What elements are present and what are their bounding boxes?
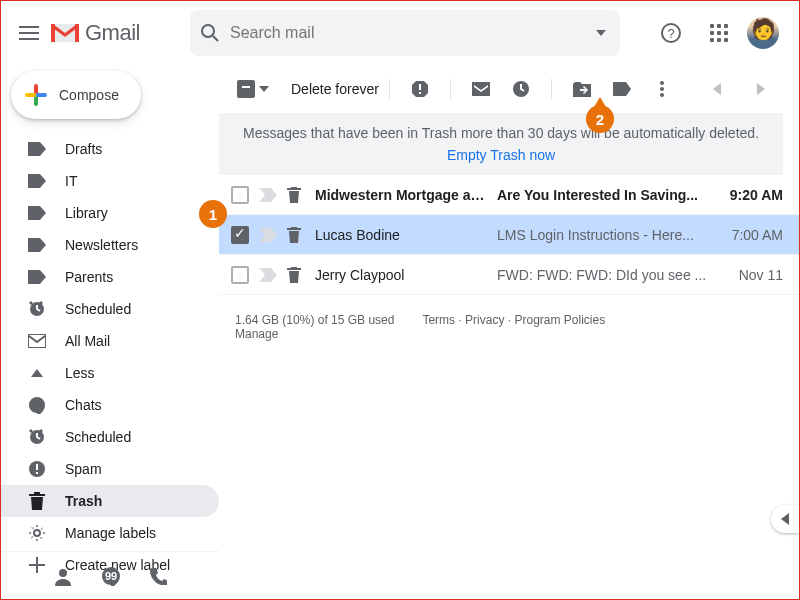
svg-rect-2 [19, 38, 39, 40]
newer-icon[interactable] [697, 69, 737, 109]
subject: FWD: FWD: FWD: DId you see ... [497, 267, 711, 283]
row-checkbox[interactable] [231, 226, 249, 244]
sidebar-item-label: Trash [65, 493, 102, 509]
sidebar-item-scheduled[interactable]: Scheduled [1, 293, 219, 325]
callout-2: 2 [586, 105, 614, 133]
apps-icon[interactable] [699, 13, 739, 53]
sidebar-item-manage-labels[interactable]: Manage labels [1, 517, 219, 549]
labels-icon[interactable] [602, 69, 642, 109]
svg-text:?: ? [667, 26, 674, 41]
more-icon[interactable] [642, 69, 682, 109]
manage-storage-link[interactable]: Manage [235, 327, 278, 341]
compose-button[interactable]: Compose [11, 71, 141, 119]
scheduled-icon [27, 428, 47, 446]
sidebar-item-trash[interactable]: Trash [1, 485, 219, 517]
report-spam-icon[interactable] [400, 69, 440, 109]
support-icon[interactable]: ? [651, 13, 691, 53]
banner-text: Messages that have been in Trash more th… [243, 125, 759, 141]
policies-link[interactable]: Program Policies [514, 313, 605, 327]
trash-banner: Messages that have been in Trash more th… [219, 113, 783, 175]
sidebar-item-label: Drafts [65, 141, 102, 157]
account-avatar[interactable]: 🧑 [747, 17, 779, 49]
sidebar-item-library[interactable]: Library [1, 197, 219, 229]
privacy-link[interactable]: Privacy [465, 313, 504, 327]
importance-icon[interactable] [259, 188, 277, 202]
svg-point-13 [34, 530, 40, 536]
spam-icon [27, 460, 47, 478]
terms-link[interactable]: Terms [422, 313, 455, 327]
sender: Lucas Bodine [315, 227, 487, 243]
sender: Jerry Claypool [315, 267, 487, 283]
side-panel-toggle[interactable] [771, 505, 799, 533]
sidebar-item-scheduled[interactable]: Scheduled [1, 421, 219, 453]
svg-rect-11 [36, 464, 38, 470]
svg-rect-4 [75, 24, 79, 42]
svg-point-19 [660, 81, 664, 85]
sidebar-item-chats[interactable]: Chats [1, 389, 219, 421]
sidebar-item-parents[interactable]: Parents [1, 261, 219, 293]
svg-rect-12 [36, 472, 38, 474]
callout-1: 1 [199, 200, 227, 228]
time: 7:00 AM [721, 227, 783, 243]
label-icon [27, 238, 47, 252]
select-dropdown-icon[interactable] [259, 86, 269, 92]
phone-icon[interactable] [149, 567, 167, 585]
sidebar-item-drafts[interactable]: Drafts [1, 133, 219, 165]
allmail-icon [27, 334, 47, 348]
sidebar-item-label: Scheduled [65, 429, 131, 445]
storage-text: 1.64 GB (10%) of 15 GB used [235, 313, 394, 327]
subject: LMS Login Instructions - Here... [497, 227, 711, 243]
sidebar-item-spam[interactable]: Spam [1, 453, 219, 485]
importance-icon[interactable] [259, 268, 277, 282]
empty-trash-link[interactable]: Empty Trash now [231, 147, 771, 163]
scheduled-icon [27, 300, 47, 318]
message-row[interactable]: Lucas BodineLMS Login Instructions - Her… [219, 215, 799, 255]
row-checkbox[interactable] [231, 266, 249, 284]
svg-rect-1 [19, 32, 39, 34]
sidebar-item-label: Library [65, 205, 108, 221]
sidebar-item-less[interactable]: Less [1, 357, 219, 389]
sidebar-item-label: Parents [65, 269, 113, 285]
sidebar-item-it[interactable]: IT [1, 165, 219, 197]
message-row[interactable]: Midwestern Mortgage andAre You Intereste… [219, 175, 799, 215]
sidebar-item-newsletters[interactable]: Newsletters [1, 229, 219, 261]
gmail-logo[interactable]: Gmail [51, 20, 140, 46]
svg-point-5 [202, 25, 214, 37]
trash-icon [287, 267, 305, 283]
snooze-icon[interactable] [501, 69, 541, 109]
row-checkbox[interactable] [231, 186, 249, 204]
search-options-icon[interactable] [596, 30, 606, 36]
sidebar-item-label: Less [65, 365, 95, 381]
hangouts-icon[interactable]: 99 [101, 566, 121, 586]
trash-icon [27, 492, 47, 510]
less-icon [27, 369, 47, 377]
label-icon [27, 270, 47, 284]
main-menu-icon[interactable] [9, 13, 49, 53]
importance-icon[interactable] [259, 228, 277, 242]
trash-icon [287, 187, 305, 203]
message-row[interactable]: Jerry ClaypoolFWD: FWD: FWD: DId you see… [219, 255, 799, 295]
sidebar-item-label: Scheduled [65, 301, 131, 317]
select-checkbox[interactable] [237, 80, 255, 98]
contacts-icon[interactable] [53, 566, 73, 586]
time: Nov 11 [721, 267, 783, 283]
search-bar[interactable] [190, 10, 620, 56]
svg-point-21 [660, 93, 664, 97]
sidebar-item-label: IT [65, 173, 77, 189]
older-icon[interactable] [741, 69, 781, 109]
gear-icon [27, 524, 47, 542]
trash-icon [287, 227, 305, 243]
chats-icon [27, 396, 47, 414]
delete-forever-button[interactable]: Delete forever [291, 81, 379, 97]
compose-plus-icon [25, 84, 47, 106]
svg-rect-0 [19, 26, 39, 28]
search-input[interactable] [230, 24, 610, 42]
svg-line-6 [213, 36, 218, 41]
sidebar-item-all-mail[interactable]: All Mail [1, 325, 219, 357]
mark-read-icon[interactable] [461, 69, 501, 109]
subject: Are You Interested In Saving... [497, 187, 711, 203]
compose-label: Compose [59, 87, 119, 103]
sidebar-item-label: Spam [65, 461, 102, 477]
svg-point-20 [660, 87, 664, 91]
sender: Midwestern Mortgage and [315, 187, 487, 203]
